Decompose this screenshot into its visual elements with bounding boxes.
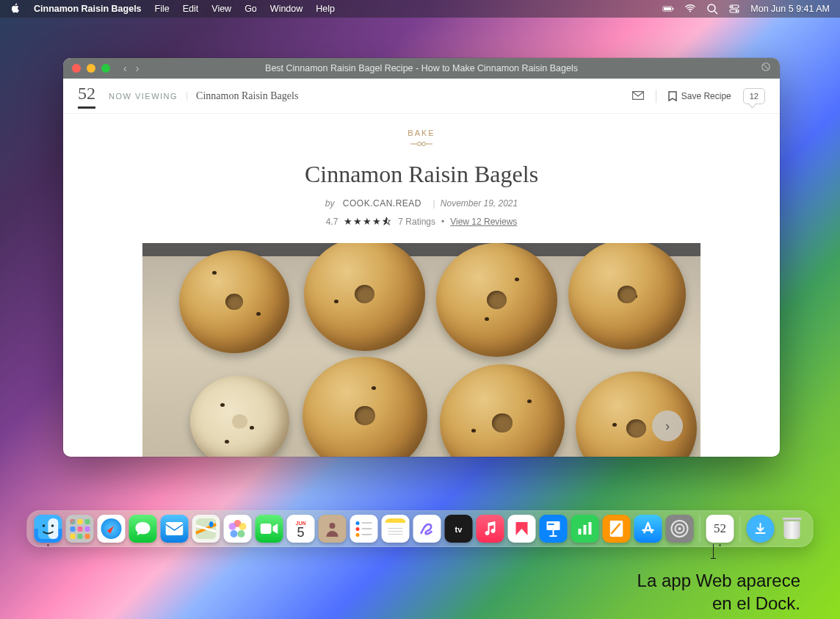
svg-point-18 [43,524,46,527]
app-window: ‹ › Best Cinnamon Raisin Bagel Recipe - … [63,58,780,457]
dock-notes-icon[interactable] [382,515,410,543]
menu-help[interactable]: Help [316,4,335,14]
rating-stars-icon: ★★★★⯪ [344,216,392,227]
dock: JUN 5 tv [27,510,814,547]
svg-point-6 [731,6,734,8]
svg-point-3 [708,4,715,12]
category-label: BAKE [93,128,750,137]
dock-numbers-icon[interactable] [571,515,599,543]
svg-rect-20 [166,522,184,535]
window-title: Best Cinnamon Raisin Bagel Recipe - How … [63,63,780,73]
svg-text:tv: tv [455,525,463,534]
byline: by COOK.CAN.READ | November 19, 2021 [93,198,750,209]
dock-webapp-icon[interactable]: 52 [706,515,734,543]
site-logo[interactable]: 52 [78,84,95,109]
dock-keynote-icon[interactable] [540,515,568,543]
svg-rect-31 [589,522,592,535]
svg-point-13 [418,142,421,146]
dock-facetime-icon[interactable] [256,515,283,543]
svg-point-35 [678,527,681,530]
ratings-count: 7 Ratings [398,217,435,227]
dock-separator [740,515,741,542]
breadcrumb: Cinnamon Raisin Bagels [196,90,298,102]
dock-settings-icon[interactable] [666,515,694,543]
now-viewing-label: NOW VIEWING [109,92,187,101]
apple-logo-icon[interactable] [10,3,21,15]
publish-date: November 19, 2021 [441,198,518,209]
dock-appstore-icon[interactable] [634,515,662,543]
svg-point-8 [736,10,738,12]
menu-edit[interactable]: Edit [183,4,199,14]
wifi-icon[interactable] [684,3,696,15]
view-reviews-link[interactable]: View 12 Reviews [450,217,517,227]
window-minimize-button[interactable] [87,64,95,73]
svg-line-10 [764,65,769,70]
image-next-button[interactable]: › [652,410,683,441]
by-label: by [325,198,335,209]
svg-rect-22 [261,524,272,534]
save-recipe-label: Save Recipe [681,91,731,101]
menu-file[interactable]: File [155,4,170,14]
comment-count-badge[interactable]: 12 [743,88,765,104]
svg-rect-1 [664,7,671,10]
battery-icon[interactable] [662,3,674,15]
menubar-app-name[interactable]: Cinnamon Raisin Bagels [34,4,142,14]
mail-icon[interactable] [632,90,656,103]
window-zoom-button[interactable] [101,64,110,73]
dock-trash-icon[interactable] [778,515,806,543]
menu-view[interactable]: View [211,4,231,14]
svg-rect-25 [547,521,560,530]
recipe-body: BAKE Cinnamon Raisin Bagels by COOK.CAN.… [63,114,780,457]
recipe-hero-image: › [142,243,700,457]
dock-calendar-icon[interactable]: JUN 5 [287,515,315,543]
dock-contacts-icon[interactable] [319,515,347,543]
svg-rect-26 [548,524,554,525]
dock-freeform-icon[interactable] [413,515,441,543]
svg-rect-17 [48,518,59,539]
dock-reminders-icon[interactable] [350,515,378,543]
menubar: Cinnamon Raisin Bagels File Edit View Go… [0,0,840,18]
dock-safari-icon[interactable] [98,515,126,543]
caption-text: La app Web aparece en el Dock. [637,569,800,615]
dock-maps-icon[interactable] [192,515,220,543]
svg-point-23 [330,523,336,529]
dock-mail-icon[interactable] [161,515,189,543]
callout-line [713,544,714,559]
menubar-clock[interactable]: Mon Jun 5 9:41 AM [750,4,830,14]
svg-line-4 [714,11,717,14]
nav-back-icon[interactable]: ‹ [123,62,127,74]
window-titlebar: ‹ › Best Cinnamon Raisin Bagel Recipe - … [63,58,780,79]
dock-photos-icon[interactable] [224,515,252,543]
control-center-icon[interactable] [728,3,740,15]
dock-news-icon[interactable] [508,515,536,543]
dock-finder-icon[interactable] [35,515,62,543]
recipe-title: Cinnamon Raisin Bagels [93,161,750,188]
share-icon[interactable] [761,62,771,75]
menu-window[interactable]: Window [270,4,303,14]
menu-go[interactable]: Go [245,4,257,14]
dock-downloads-icon[interactable] [747,515,775,543]
svg-rect-2 [673,8,673,10]
dock-pages-icon[interactable] [603,515,631,543]
calendar-day: 5 [297,526,304,539]
nav-forward-icon[interactable]: › [136,62,140,74]
svg-point-19 [51,524,54,527]
author-link[interactable]: COOK.CAN.READ [343,198,421,209]
window-close-button[interactable] [72,64,81,73]
dock-separator [700,515,700,542]
svg-point-14 [422,142,426,146]
dock-tv-icon[interactable]: tv [445,515,473,543]
rating-value: 4.7 [326,217,338,227]
dock-music-icon[interactable] [477,515,504,543]
dock-messages-icon[interactable] [129,515,157,543]
svg-rect-30 [584,525,587,535]
svg-rect-29 [579,529,582,535]
save-recipe-button[interactable]: Save Recipe [668,91,731,101]
page-header: 52 NOW VIEWING Cinnamon Raisin Bagels Sa… [63,79,780,114]
dock-launchpad-icon[interactable] [66,515,94,543]
ornament-icon [410,140,432,148]
spotlight-icon[interactable] [706,3,718,15]
